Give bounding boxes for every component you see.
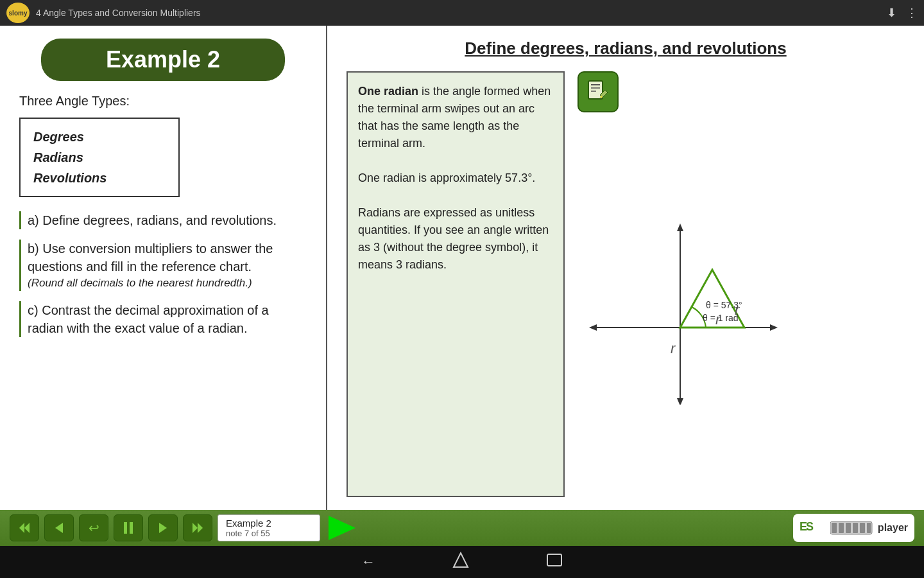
svg-rect-22 — [130, 522, 133, 534]
note-label-box: Example 2 note 7 of 55 — [218, 514, 320, 541]
svg-rect-33 — [853, 523, 858, 533]
example-badge-text: Example 2 — [106, 46, 220, 73]
svg-marker-10 — [677, 223, 683, 231]
back-two-button[interactable] — [10, 514, 39, 541]
svg-rect-21 — [124, 522, 127, 534]
svg-text:θ = 1 rad: θ = 1 rad — [703, 313, 739, 323]
android-nav-bar: ← — [0, 546, 924, 578]
section-a: a) Define degrees, radians, and revoluti… — [19, 211, 307, 229]
example-badge: Example 2 — [41, 39, 285, 81]
definition-para-2: One radian is approximately 57.3°. — [358, 170, 553, 187]
android-home-button[interactable] — [452, 552, 469, 572]
section-b-text: b) Use conversion multipliers to answer … — [28, 240, 307, 276]
svg-rect-35 — [867, 523, 871, 533]
svg-text:S: S — [806, 520, 814, 533]
top-bar: slomy 4 Angle Types and Conversion Multi… — [0, 0, 924, 26]
note-sub-label: note 7 of 55 — [226, 529, 312, 538]
app-logo: slomy — [6, 3, 30, 23]
forward-two-button[interactable] — [183, 514, 212, 541]
content-body: Example 2 Three Angle Types: Degrees Rad… — [0, 26, 924, 510]
definition-para-1: One radian is the angle formed when the … — [358, 83, 553, 152]
svg-text:θ = 57.3°: θ = 57.3° — [706, 300, 742, 310]
section-c: c) Contrast the decimal approximation of… — [19, 301, 307, 337]
section-c-text: c) Contrast the decimal approximation of… — [28, 301, 307, 337]
three-angle-types-label: Three Angle Types: — [19, 94, 307, 109]
svg-rect-31 — [839, 523, 844, 533]
section-b-note: (Round all decimals to the nearest hundr… — [28, 276, 307, 291]
svg-rect-30 — [832, 523, 837, 533]
return-button[interactable]: ↩ — [79, 514, 108, 541]
svg-marker-20 — [55, 523, 63, 533]
right-body: One radian is the angle formed when the … — [346, 71, 905, 497]
diagram-area: r r r θ = 57.3° θ = 1 rad — [578, 119, 783, 497]
svg-rect-2 — [588, 81, 603, 99]
svg-rect-34 — [860, 523, 865, 533]
definition-box: One radian is the angle formed when the … — [346, 71, 565, 497]
right-panel: Define degrees, radians, and revolutions… — [327, 26, 924, 510]
angle-type-radians: Radians — [33, 147, 166, 168]
svg-marker-19 — [24, 523, 30, 533]
angle-types-box: Degrees Radians Revolutions — [19, 118, 180, 197]
window-title: 4 Angle Types and Conversion Multipliers — [36, 8, 887, 18]
notes-icon[interactable] — [578, 71, 619, 112]
svg-rect-37 — [547, 554, 561, 566]
bottom-toolbar: ↩ Example 2 note 7 of 55 E S — [0, 510, 924, 546]
pause-button[interactable] — [114, 514, 143, 541]
back-one-button[interactable] — [44, 514, 74, 541]
svg-marker-25 — [198, 523, 203, 533]
angle-type-revolutions: Revolutions — [33, 168, 166, 188]
definition-term: One radian — [358, 85, 418, 98]
angle-type-degrees: Degrees — [33, 127, 166, 147]
menu-icon[interactable]: ⋮ — [906, 6, 918, 20]
forward-one-button[interactable] — [148, 514, 178, 541]
svg-marker-11 — [677, 398, 683, 405]
svg-marker-24 — [193, 523, 198, 533]
svg-marker-23 — [159, 523, 167, 533]
section-a-text: a) Define degrees, radians, and revoluti… — [28, 211, 307, 229]
notes-and-diagram: r r r θ = 57.3° θ = 1 rad — [578, 71, 783, 497]
svg-rect-32 — [846, 523, 851, 533]
left-panel: Example 2 Three Angle Types: Degrees Rad… — [0, 26, 327, 510]
download-icon[interactable]: ⬇ — [887, 6, 896, 20]
section-b: b) Use conversion multipliers to answer … — [19, 240, 307, 291]
es-player-logo: E S player — [793, 514, 914, 542]
note-main-label: Example 2 — [226, 518, 312, 529]
right-panel-title: Define degrees, radians, and revolutions — [346, 39, 905, 58]
android-back-button[interactable]: ← — [361, 554, 375, 570]
svg-marker-8 — [589, 324, 597, 331]
svg-marker-7 — [770, 324, 778, 331]
main-content: Example 2 Three Angle Types: Degrees Rad… — [0, 26, 924, 510]
svg-marker-26 — [329, 516, 355, 540]
svg-marker-36 — [454, 553, 468, 567]
svg-text:r: r — [671, 340, 676, 356]
player-label: player — [878, 522, 908, 534]
radian-diagram: r r r θ = 57.3° θ = 1 rad — [578, 212, 783, 405]
android-recent-button[interactable] — [546, 553, 563, 571]
svg-marker-18 — [19, 523, 24, 533]
play-button[interactable] — [325, 514, 359, 541]
svg-text:slomy: slomy — [9, 10, 28, 17]
definition-para-3: Radians are expressed as unitless quanti… — [358, 204, 553, 274]
